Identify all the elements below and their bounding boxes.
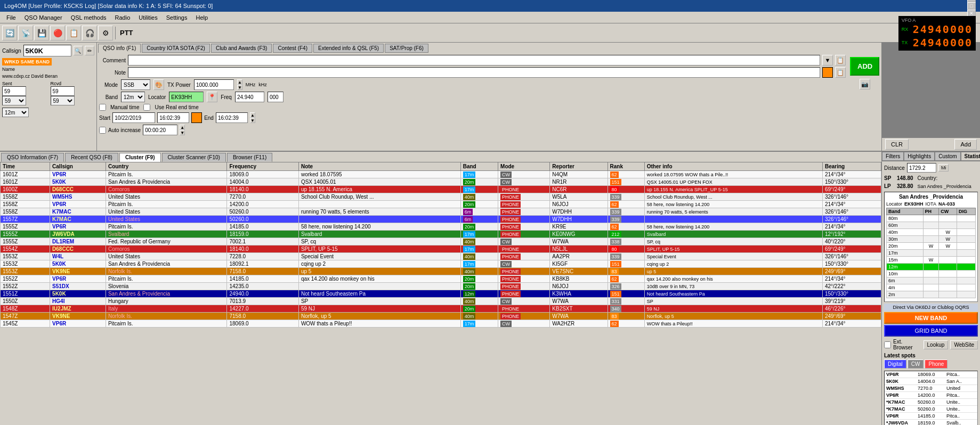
stats-tab-custom[interactable]: Custom [935,152,960,161]
table-row[interactable]: 1552Z S51DX Slovenia 14235.0 20m PHONE N… [1,283,881,290]
tab-recent-qso[interactable]: Recent QSO (F8) [65,153,118,162]
table-row[interactable]: 1558Z K7MAC United States 50260.0 runnin… [1,208,881,216]
toolbar-btn-7[interactable]: ⚙ [98,26,113,40]
lookup-button[interactable]: Lookup [924,340,949,349]
increase-down-button[interactable]: ▼ [180,130,185,135]
sent-input[interactable] [2,86,26,96]
table-row[interactable]: 1555Z VP6R Pitcairn Is. 14185.0 58 here,… [1,223,881,231]
table-row[interactable]: 1550Z HG4I Hungary 7013.9 SP 40m CW W7WA… [1,298,881,305]
wrkd-same-band-button[interactable]: WRKD SAME BAND [2,58,52,66]
search-callsign-button[interactable]: 🔍 [74,46,83,55]
table-row[interactable]: 1545Z VP6R Pitcairn Is. 18069.0 WOW that… [1,320,881,328]
time-down-button[interactable]: ▼ [250,118,255,123]
table-row[interactable]: 1600Z D68CCC Comoros 18140.0 up 18.155 N… [1,186,881,193]
menu-qso-manager[interactable]: QSO Manager [20,13,67,22]
ext-browser-checkbox[interactable] [884,341,891,348]
time-up-button[interactable]: ▲ [250,112,255,118]
table-row[interactable]: 1553Z VK9NE Norfolk Is. 7158.0 up 5 40m … [1,268,881,275]
tab-contest[interactable]: Contest (F4) [273,44,312,53]
website-button[interactable]: WebSite [950,340,978,349]
stats-tab-highlights[interactable]: Highlights [904,152,935,161]
menu-qsl-methods[interactable]: QSL methods [67,13,111,22]
stats-tab-filters[interactable]: Filters [882,152,904,161]
table-row[interactable]: 1547Z VK9NE Norfolk Is. 7158.0 Norflok, … [1,313,881,320]
toolbar-btn-3[interactable]: 💾 [34,26,49,40]
table-row[interactable]: 1553Z W4L United States 7228.0 Special E… [1,253,881,260]
table-row[interactable]: 1558Z VP6R Pitcairn Is. 14200.0 20m PHON… [1,201,881,208]
tab-qso-info[interactable]: QSO info (F1) [98,44,141,53]
phone-spots-button[interactable]: Phone [925,359,947,369]
toolbar-btn-5[interactable]: 📋 [66,26,81,40]
note-input[interactable] [128,67,820,78]
comment-dropdown-button[interactable]: ▼ [822,55,833,66]
tab-qso-information[interactable]: QSO Information (F7) [1,153,64,162]
manual-time-checkbox[interactable] [99,104,106,111]
real-end-time-checkbox[interactable] [143,104,150,111]
table-row[interactable]: 1558Z WM5HS United States 7270.0 School … [1,193,881,201]
table-row[interactable]: 1552Z VP6R Pitcairn Is. 14185.0 qax 14.2… [1,275,881,283]
rcvd-select[interactable]: 59 [51,96,75,105]
menu-file[interactable]: File [2,13,20,22]
spot-entry[interactable]: VP6R14185.0Pitca.. [885,413,977,420]
end-time-input[interactable] [216,112,248,123]
maximize-button[interactable]: □ [967,2,976,10]
grid-band-button[interactable]: GRID BAND [884,325,978,337]
menu-help[interactable]: Help [191,13,212,22]
thumbnail-icon[interactable]: 📷 [860,79,870,89]
band-select[interactable]: 12m [2,108,29,117]
table-row[interactable]: 1551Z 5K0K San Andres & Providencia 2494… [1,290,881,298]
digital-spots-button[interactable]: Digital [884,359,906,369]
note-icon-button[interactable]: 📋 [835,67,846,78]
edit-callsign-button[interactable]: ✏ [85,46,94,55]
tab-extended[interactable]: Extended info & QSL (F5) [313,44,384,53]
toolbar-btn-4[interactable]: 🔴 [50,26,65,40]
spot-entry[interactable]: *JW6VDA18159.0Svalb.. [885,420,977,425]
table-row[interactable]: 1555Z DL1REM Fed. Republic of Germany 70… [1,238,881,246]
menu-settings[interactable]: Settings [162,13,192,22]
table-row[interactable]: 1601Z 5K0K San Andres & Providencia 1400… [1,178,881,186]
spot-entry[interactable]: 5K0K14004.0San A.. [885,378,977,385]
tab-cluster[interactable]: Cluster (F9) [119,153,161,162]
table-row[interactable]: 1601Z VP6R Pitcairn Is. 18069.0 worked 1… [1,171,881,178]
menu-utilities[interactable]: Utilities [134,13,161,22]
table-row[interactable]: 1548Z IU2JMZ Italy 14227.0 59 NJ 20m PHO… [1,305,881,313]
toolbar-btn-6[interactable]: 🎧 [82,26,97,40]
tab-sat[interactable]: SAT/Prop (F6) [385,44,428,53]
distance-input[interactable] [907,163,936,173]
mode-select[interactable]: SSB [121,79,150,90]
spot-entry[interactable]: *K7MAC50260.0Unite.. [885,406,977,413]
new-band-button[interactable]: NEW BAND [884,312,978,324]
spot-entry[interactable]: VP6R14200.0Pitca.. [885,392,977,399]
add-button[interactable]: ADD [850,57,879,76]
comment-icon-button[interactable]: 📋 [835,55,846,66]
comment-input[interactable] [128,55,820,66]
date-input[interactable] [112,112,155,123]
table-row[interactable]: 1557Z K7MAC United States 50260.0 6m PHO… [1,216,881,223]
power-down-button[interactable]: ▼ [237,85,242,90]
increase-up-button[interactable]: ▲ [180,125,185,130]
freq-suffix-input[interactable] [268,92,284,102]
stats-tab-statistics[interactable]: Statistics [961,152,980,161]
locator-button[interactable]: 📍 [207,92,217,102]
tab-country-iota[interactable]: Country IOTA SOTA (F2) [142,44,210,53]
spot-entry[interactable]: *K7MAC50260.0Unite.. [885,399,977,406]
table-row[interactable]: 1554Z D68CCC Comoros 18140.0 SPLIT, UP 5… [1,246,881,253]
band-select-2[interactable]: 12m [121,92,145,102]
sent-select[interactable]: 59 [2,96,26,105]
menu-radio[interactable]: Radio [111,13,135,22]
auto-increase-input[interactable] [143,125,177,135]
callsign-input[interactable] [23,45,71,56]
mode-color-button[interactable]: 🎨 [153,79,164,90]
tx-power-input[interactable] [194,79,234,90]
toolbar-btn-2[interactable]: 📡 [18,26,33,40]
toolbar-btn-1[interactable]: 🔄 [2,26,17,40]
tab-browser[interactable]: Browser (F11) [227,153,272,162]
auto-increase-checkbox[interactable] [99,127,106,134]
power-up-button[interactable]: ▲ [237,79,242,85]
freq-input[interactable] [235,92,264,102]
locator-input[interactable] [169,92,204,102]
clr-button[interactable]: CLR [885,139,909,150]
rcvd-input[interactable] [51,86,75,96]
spot-entry[interactable]: VP6R18069.0Pitca.. [885,371,977,378]
table-row[interactable]: 1555Z JW6VDA Svalbard 18159.0 Svalbard 1… [1,231,881,238]
